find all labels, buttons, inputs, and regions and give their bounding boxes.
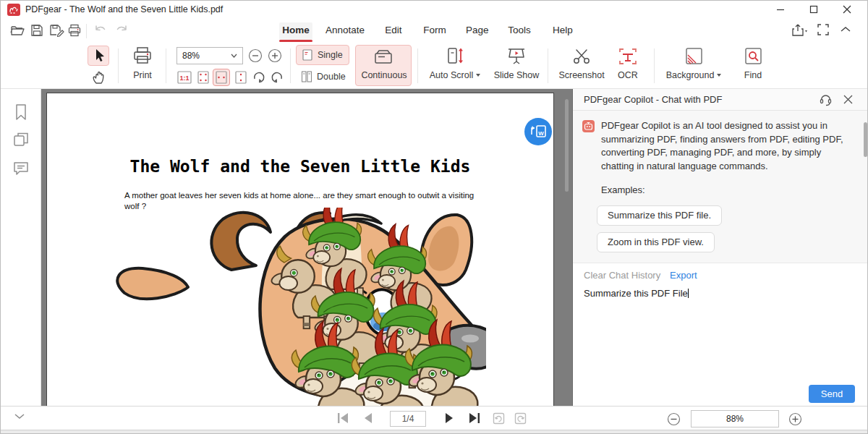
convert-to-word-button[interactable]: W bbox=[524, 118, 552, 145]
quickbar-separator bbox=[86, 24, 87, 38]
text-caret bbox=[688, 289, 689, 298]
svg-text:W: W bbox=[538, 130, 544, 137]
copilot-close-button[interactable] bbox=[843, 95, 853, 104]
actual-size-button[interactable]: 1:1 bbox=[176, 69, 192, 85]
toolbar-separator bbox=[166, 48, 166, 83]
auto-scroll-icon bbox=[444, 46, 466, 67]
maximize-button[interactable] bbox=[804, 3, 824, 16]
clear-chat-history-link[interactable]: Clear Chat History bbox=[584, 270, 660, 281]
collapse-sidebar-button[interactable] bbox=[14, 412, 25, 421]
tab-annotate[interactable]: Annotate bbox=[322, 22, 368, 40]
single-page-button[interactable]: Single bbox=[296, 45, 349, 65]
auto-scroll-button[interactable]: Auto Scroll bbox=[422, 44, 488, 85]
fit-height-button[interactable] bbox=[233, 69, 249, 85]
examples-label: Examples: bbox=[601, 184, 645, 195]
status-zoom-out-button[interactable] bbox=[667, 412, 681, 426]
slide-show-icon bbox=[506, 46, 527, 67]
slide-show-button[interactable]: Slide Show bbox=[490, 44, 543, 85]
pdf-scrollbar[interactable] bbox=[565, 99, 569, 192]
close-button[interactable] bbox=[837, 3, 857, 16]
window-title: PDFgear - The Wolf and the Seven Little … bbox=[25, 4, 223, 14]
svg-text:1:1: 1:1 bbox=[179, 75, 189, 82]
word-convert-icon: W bbox=[524, 118, 552, 145]
example-zoom-button[interactable]: Zoom in this PDF view. bbox=[597, 232, 715, 252]
bookmark-icon bbox=[14, 103, 28, 121]
cursor-icon bbox=[88, 46, 109, 65]
support-button[interactable] bbox=[819, 93, 833, 107]
tab-home[interactable]: Home bbox=[279, 22, 312, 40]
minimize-button[interactable] bbox=[770, 3, 791, 16]
ocr-button[interactable]: OCR bbox=[612, 44, 644, 85]
print-button[interactable]: Print bbox=[124, 44, 161, 85]
thumbnails-panel-button[interactable] bbox=[13, 131, 29, 148]
zoom-in-button[interactable] bbox=[268, 48, 282, 63]
tab-form[interactable]: Form bbox=[420, 22, 449, 40]
background-button[interactable]: Background bbox=[658, 44, 730, 85]
find-button[interactable]: Find bbox=[736, 44, 770, 85]
tab-help[interactable]: Help bbox=[549, 22, 576, 40]
rotate-left-button[interactable] bbox=[270, 70, 284, 85]
background-icon bbox=[683, 46, 705, 67]
previous-page-button[interactable] bbox=[362, 412, 374, 424]
first-page-button[interactable] bbox=[336, 412, 349, 424]
select-tool-button[interactable] bbox=[88, 46, 109, 66]
status-zoom-display[interactable]: 88% bbox=[691, 410, 779, 427]
tab-edit[interactable]: Edit bbox=[381, 22, 406, 40]
chevron-down-icon bbox=[231, 54, 237, 58]
last-page-button[interactable] bbox=[468, 412, 481, 424]
save-as-button[interactable] bbox=[48, 23, 63, 38]
share-button[interactable] bbox=[791, 23, 805, 38]
dropdown-arrow-icon bbox=[476, 74, 480, 77]
example-summarize-button[interactable]: Summarize this PDF file. bbox=[597, 205, 722, 226]
single-page-icon bbox=[302, 48, 313, 61]
fit-page-button[interactable] bbox=[195, 69, 211, 85]
pdf-viewer[interactable]: The Wolf and the Seven Little Kids A mot… bbox=[41, 89, 572, 406]
zoom-level-select[interactable]: 88% bbox=[176, 47, 243, 64]
redo-button[interactable] bbox=[114, 23, 129, 38]
zoom-out-button[interactable] bbox=[248, 48, 263, 63]
copilot-scrollbar[interactable] bbox=[864, 122, 867, 157]
double-page-button[interactable]: Double bbox=[296, 67, 349, 86]
pdf-page: The Wolf and the Seven Little Kids A mot… bbox=[46, 93, 554, 406]
scissors-icon bbox=[570, 46, 593, 67]
chat-input[interactable]: Summarize this PDF File bbox=[584, 288, 689, 299]
hand-icon bbox=[89, 67, 109, 86]
tab-tools[interactable]: Tools bbox=[505, 22, 534, 40]
rotate-view-left-button[interactable] bbox=[492, 412, 506, 425]
left-sidebar bbox=[1, 89, 41, 406]
next-page-button[interactable] bbox=[443, 412, 455, 424]
toolbar-separator bbox=[654, 48, 655, 83]
fullscreen-button[interactable] bbox=[817, 23, 831, 38]
app-logo-icon bbox=[7, 4, 20, 16]
status-zoom-in-button[interactable] bbox=[788, 412, 802, 426]
collapse-toolbar-button[interactable] bbox=[840, 23, 854, 38]
continuous-button[interactable]: Continuous bbox=[355, 45, 412, 86]
rotate-right-button[interactable] bbox=[252, 70, 266, 85]
main-toolbar: Print 88% 1:1 bbox=[1, 43, 867, 89]
open-file-button[interactable] bbox=[10, 23, 25, 38]
close-icon bbox=[843, 95, 853, 104]
save-button[interactable] bbox=[30, 23, 44, 38]
copilot-intro-message: PDFgear Copilot is an AI tool designed t… bbox=[601, 119, 847, 173]
tab-page[interactable]: Page bbox=[463, 22, 490, 40]
status-bar: 1/4 88% bbox=[1, 406, 867, 430]
page-number-input[interactable]: 1/4 bbox=[390, 411, 426, 427]
printer-icon bbox=[132, 45, 153, 67]
dropdown-arrow-icon bbox=[717, 74, 721, 77]
send-button[interactable]: Send bbox=[809, 385, 855, 403]
comments-panel-button[interactable] bbox=[13, 160, 29, 176]
bookmarks-panel-button[interactable] bbox=[14, 103, 28, 121]
export-link[interactable]: Export bbox=[670, 270, 697, 281]
continuous-icon bbox=[373, 48, 394, 67]
hand-tool-button[interactable] bbox=[89, 67, 109, 86]
fit-width-button[interactable] bbox=[213, 69, 230, 86]
quick-print-button[interactable] bbox=[67, 23, 82, 38]
copilot-header: PDFgear Copilot - Chat with PDF bbox=[573, 89, 868, 111]
chevron-down-icon bbox=[14, 412, 25, 421]
toolbar-separator bbox=[118, 48, 119, 83]
rotate-view-right-button[interactable] bbox=[514, 412, 527, 425]
comment-icon bbox=[13, 160, 29, 176]
title-bar: PDFgear - The Wolf and the Seven Little … bbox=[1, 1, 867, 18]
screenshot-button[interactable]: Screenshot bbox=[553, 44, 610, 85]
undo-button[interactable] bbox=[93, 23, 108, 38]
